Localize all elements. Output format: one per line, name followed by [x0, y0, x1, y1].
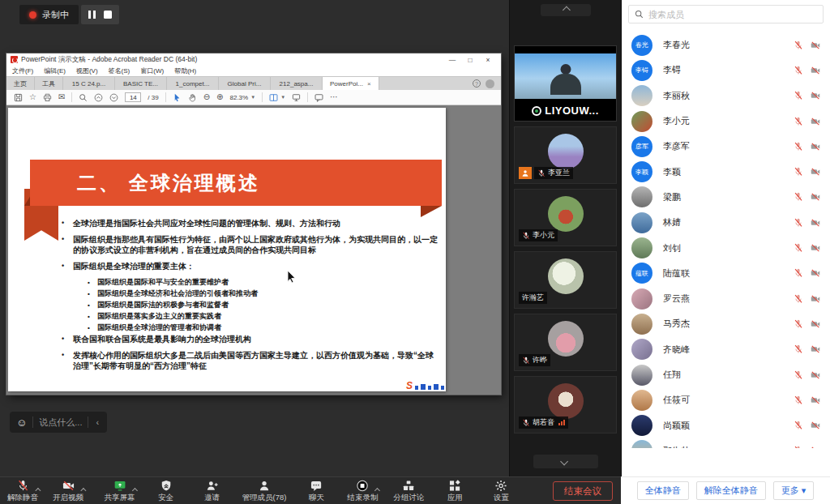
print-icon[interactable] [43, 93, 52, 102]
member-mic-off-icon[interactable] [794, 344, 803, 354]
pause-recording-button[interactable] [88, 11, 96, 19]
member-camera-off-icon[interactable] [811, 218, 820, 228]
tab-document[interactable]: 15 C 24.p... [63, 77, 115, 90]
member-search-box[interactable] [628, 5, 824, 23]
toolbar-mic-off[interactable]: 解除静音 [6, 479, 39, 503]
toolbar-stop-rec[interactable]: 结束录制 [346, 479, 379, 503]
member-camera-off-icon[interactable] [811, 294, 820, 304]
member-row[interactable]: 李丽秋 [622, 83, 830, 109]
select-tool-icon[interactable] [173, 93, 182, 102]
member-row[interactable]: 李小元 [622, 109, 830, 134]
toolbar-settings[interactable]: 设置 [485, 479, 517, 503]
tab-主页[interactable]: 主页 [6, 77, 35, 90]
member-camera-off-icon[interactable] [811, 66, 820, 75]
member-camera-off-icon[interactable] [811, 268, 820, 278]
footer-button[interactable]: 全体静音 [637, 481, 689, 500]
member-camera-off-icon[interactable] [811, 91, 820, 100]
member-row[interactable]: 任筱可 [622, 387, 830, 412]
maximize-icon[interactable]: □ [461, 56, 479, 64]
toolbar-chat[interactable]: 聊天 [300, 479, 332, 503]
zoom-in-icon[interactable]: ⊕ [216, 93, 223, 101]
footer-button[interactable]: 解除全体静音 [696, 481, 766, 500]
member-row[interactable]: 马秀杰 [622, 311, 830, 336]
zoom-out-icon[interactable]: ⊖ [203, 93, 210, 101]
menu-item[interactable]: 帮助(H) [174, 66, 196, 75]
member-row[interactable]: 春光 李春光 [622, 32, 830, 58]
menu-item[interactable]: 视图(V) [76, 66, 98, 75]
member-camera-off-icon[interactable] [811, 142, 820, 152]
close-tab-icon[interactable]: × [367, 80, 371, 88]
member-row[interactable]: 任翔 [622, 362, 830, 387]
zoom-level-dropdown[interactable]: 82.3%▼ [229, 94, 255, 101]
strip-collapse-button[interactable] [541, 4, 591, 16]
member-camera-off-icon[interactable] [811, 421, 820, 430]
member-mic-off-icon[interactable] [794, 167, 803, 177]
menu-item[interactable]: 签名(S) [109, 66, 130, 75]
collapse-chat-icon[interactable]: ‹ [94, 417, 101, 427]
member-camera-off-icon[interactable] [811, 41, 820, 50]
member-mic-off-icon[interactable] [794, 41, 803, 50]
tab-工具[interactable]: 工具 [35, 77, 63, 90]
stop-recording-button[interactable] [104, 11, 112, 19]
footer-button[interactable]: 更多 ▾ [773, 481, 815, 500]
tab-document[interactable]: BASIC TE... [115, 77, 167, 90]
chevron-up-icon[interactable] [35, 481, 39, 496]
previous-page-icon[interactable] [94, 93, 103, 102]
member-row[interactable]: 彦军 李彦军 [622, 134, 830, 159]
member-mic-off-icon[interactable] [794, 294, 803, 304]
member-mic-off-icon[interactable] [794, 192, 803, 202]
member-camera-off-icon[interactable] [811, 192, 820, 202]
member-mic-off-icon[interactable] [794, 421, 803, 430]
toolbar-cam-off[interactable]: 开启视频 [52, 479, 84, 503]
member-row[interactable]: 尚颖颖 [622, 412, 830, 438]
star-icon[interactable]: ☆ [29, 93, 36, 101]
toolbar-shield[interactable]: 安全 [150, 479, 182, 503]
account-icon[interactable] [486, 79, 494, 88]
chevron-up-icon[interactable] [131, 481, 135, 496]
member-row[interactable]: 邵朱帅 [622, 438, 830, 448]
member-camera-off-icon[interactable] [811, 243, 820, 253]
emoji-icon[interactable]: ☺ [16, 417, 27, 428]
member-mic-off-icon[interactable] [794, 446, 803, 448]
more-tools-icon[interactable]: ⋯ [330, 93, 338, 101]
member-camera-off-icon[interactable] [811, 319, 820, 329]
member-mic-off-icon[interactable] [794, 66, 803, 75]
member-camera-off-icon[interactable] [811, 370, 820, 380]
member-mic-off-icon[interactable] [794, 395, 803, 405]
tab-document[interactable]: 1_compet... [167, 77, 219, 90]
member-mic-off-icon[interactable] [794, 319, 803, 329]
member-row[interactable]: 李锝 李锝 [622, 58, 830, 83]
member-mic-off-icon[interactable] [794, 218, 803, 228]
help-icon[interactable]: ? [473, 79, 481, 88]
video-tile-active-speaker[interactable]: LIYOUW... [514, 45, 617, 122]
next-page-icon[interactable] [109, 93, 118, 102]
video-tile[interactable]: 胡若音 [514, 376, 617, 434]
chevron-up-icon[interactable] [374, 481, 379, 496]
menu-item[interactable]: 窗口(W) [140, 66, 164, 75]
member-search-input[interactable] [648, 10, 817, 19]
close-icon[interactable]: × [479, 56, 497, 64]
page-number-input[interactable]: 14 [125, 92, 141, 102]
end-meeting-button[interactable]: 结束会议 [553, 481, 613, 501]
comment-icon[interactable] [314, 93, 323, 102]
search-icon[interactable] [79, 93, 88, 102]
window-titlebar[interactable]: PowerPoint 演示文稿 - Adobe Acrobat Reader D… [6, 53, 501, 66]
presentation-icon[interactable] [292, 93, 301, 102]
chevron-up-icon[interactable] [80, 481, 84, 496]
video-tile[interactable]: 许瀚艺 [514, 251, 617, 309]
mail-icon[interactable]: ✉ [58, 93, 65, 101]
member-mic-off-icon[interactable] [794, 243, 803, 253]
toolbar-apps[interactable]: 应用 [439, 479, 471, 503]
tab-document[interactable]: Global Pri... [219, 77, 271, 90]
tab-active-document[interactable]: PowerPoi... × [323, 77, 379, 90]
document-area[interactable]: 二、 全球治理概述 •全球治理是指国际社会共同应对全球性问题的管理体制、规则、方… [6, 105, 501, 395]
member-mic-off-icon[interactable] [794, 142, 803, 152]
member-mic-off-icon[interactable] [794, 268, 803, 278]
member-row[interactable]: 齐晓峰 [622, 337, 830, 362]
member-list[interactable]: 春光 李春光 李锝 李锝 李丽秋 李小元 彦军 李彦军 [622, 32, 830, 448]
member-row[interactable]: 刘钊 [622, 235, 830, 260]
member-row[interactable]: 李颖 李颖 [622, 159, 830, 184]
member-mic-off-icon[interactable] [794, 370, 803, 380]
save-icon[interactable] [14, 93, 23, 102]
page-view-icon[interactable]: ▼ [269, 93, 285, 102]
